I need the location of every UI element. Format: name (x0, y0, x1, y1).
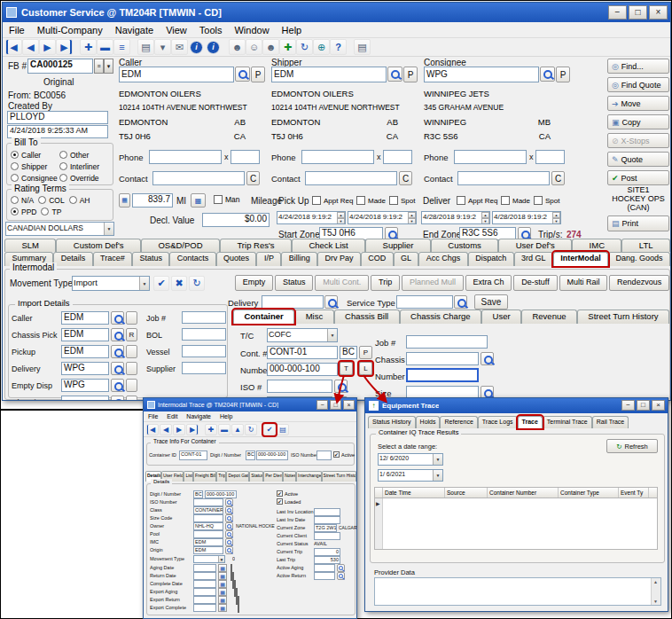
refresh-icon[interactable]: ↻ (245, 424, 257, 435)
profile-button[interactable]: P (251, 67, 265, 82)
tab[interactable]: Check List (292, 239, 365, 252)
dropdown-arrow-icon[interactable] (433, 470, 442, 481)
tab[interactable]: IMC (572, 239, 621, 252)
spinner[interactable] (408, 212, 416, 223)
search-icon[interactable] (337, 564, 345, 572)
column-header[interactable]: Date Time (383, 488, 445, 498)
class-input[interactable]: CONTAINER (193, 506, 223, 514)
field-input[interactable] (182, 311, 226, 324)
post-edit-icon[interactable]: ▲ (231, 424, 244, 435)
tab[interactable]: Trip Res's (220, 239, 292, 252)
export-return-input[interactable] (193, 596, 216, 604)
active-return-input[interactable] (314, 572, 335, 580)
calendar-icon[interactable] (218, 596, 227, 604)
search-icon[interactable] (225, 498, 233, 506)
tab[interactable]: Terminal Trace (543, 416, 592, 428)
export-aging-input[interactable] (193, 588, 216, 596)
add-record-icon[interactable]: ✚ (205, 424, 217, 435)
imc-input[interactable]: EDM (193, 538, 223, 546)
provider-data-box[interactable] (374, 577, 661, 606)
phone-input[interactable] (454, 150, 527, 164)
digit-input[interactable]: BC (340, 346, 357, 359)
column-header[interactable]: Container Number (488, 488, 559, 498)
intermodal-action-button[interactable]: Extra Ch (465, 275, 512, 291)
confirm-icon[interactable]: ✔ (263, 424, 276, 435)
quote-button[interactable]: ✎Quote (607, 152, 669, 167)
tab[interactable]: Contacts (169, 252, 215, 266)
search-icon[interactable] (225, 546, 233, 554)
nav-next-icon[interactable]: ▶ (173, 424, 185, 435)
route-grid-icon[interactable]: ▦ (119, 193, 130, 208)
edit-record-icon[interactable]: ≡ (113, 39, 130, 55)
current-trip-input[interactable]: 0 (314, 548, 340, 556)
phone-input[interactable] (301, 150, 374, 164)
tab[interactable]: Trace (518, 416, 543, 428)
contact-input[interactable] (305, 171, 397, 185)
column-header[interactable]: Source (445, 488, 488, 498)
intermodal-action-button[interactable]: Trip (371, 275, 400, 291)
active-aging-input[interactable] (314, 564, 335, 572)
current-client-input[interactable] (314, 532, 340, 540)
spinner[interactable] (337, 212, 345, 223)
size-code-input[interactable] (193, 514, 223, 522)
minimize-button[interactable]: − (608, 5, 627, 20)
calendar-icon[interactable] (218, 564, 227, 572)
tab[interactable]: Dang. Goods (608, 252, 670, 266)
man-checkbox[interactable]: Man (214, 195, 240, 204)
tab[interactable]: GL (394, 252, 419, 266)
pickup-made-checkbox[interactable]: Made (356, 196, 386, 205)
tab[interactable]: Misc (294, 310, 333, 324)
spinner[interactable] (552, 212, 560, 223)
nav-prev-icon[interactable]: ◀ (22, 39, 39, 55)
r-button[interactable] (126, 311, 137, 325)
contact-input[interactable] (152, 171, 245, 185)
tab[interactable]: User (481, 310, 521, 324)
dropdown-arrow-icon[interactable] (327, 329, 337, 341)
post-button[interactable]: ✔Post (607, 170, 669, 185)
search-icon[interactable] (481, 352, 494, 365)
search-icon[interactable] (387, 67, 402, 82)
move-button[interactable]: ➔Move (607, 96, 669, 111)
search-icon[interactable] (111, 379, 124, 392)
field-input[interactable] (182, 328, 226, 341)
field-input[interactable] (182, 345, 226, 357)
search-icon[interactable] (225, 522, 233, 530)
nav-prev-icon[interactable]: ◀ (160, 424, 172, 435)
pickup-date-from[interactable]: 4/24/2018 9:19:2 (277, 211, 346, 224)
tab[interactable]: User Def's (498, 239, 572, 252)
tab[interactable]: Drv Pay (317, 252, 361, 266)
bill-to-radio[interactable]: Caller (11, 149, 59, 161)
tab[interactable]: Trip (216, 471, 226, 482)
tab[interactable]: Supplier (365, 239, 431, 252)
vendor-icon[interactable]: ☻ (262, 39, 279, 55)
job-input[interactable] (406, 335, 488, 349)
tab[interactable]: Interchanges (296, 471, 322, 482)
info-icon[interactable]: i (190, 41, 203, 54)
menu-item[interactable]: Navigate (182, 412, 215, 420)
mileage-input[interactable]: 839.7 (132, 193, 173, 208)
search-icon[interactable] (111, 328, 124, 341)
field-input[interactable] (61, 396, 109, 401)
dropdown-arrow-icon[interactable] (104, 223, 113, 235)
x-stops-button[interactable]: ⊘X-Stops (607, 133, 669, 148)
date-to-picker[interactable]: 1/ 6/2021 (378, 469, 443, 482)
undo-icon[interactable]: ↻ (296, 39, 313, 55)
menu-item[interactable]: Help (276, 23, 309, 37)
tab[interactable]: List (184, 471, 193, 482)
r-button[interactable] (126, 362, 137, 375)
menu-item[interactable]: Multi-Company (31, 23, 109, 37)
search-icon[interactable] (454, 295, 467, 309)
print-options-icon[interactable]: ▾ (154, 39, 171, 55)
contact-button[interactable]: C (246, 171, 260, 185)
r-button[interactable] (126, 396, 137, 401)
fb-input[interactable]: CA000125 (27, 59, 93, 74)
doc-icon[interactable]: ▤ (277, 424, 289, 435)
tab[interactable]: Status (132, 252, 169, 266)
chassis-input[interactable] (406, 352, 479, 365)
refresh-icon[interactable]: ↻ (189, 276, 205, 291)
add-party-icon[interactable]: ✚ (279, 39, 296, 55)
deliver-appt-checkbox[interactable]: Appt Req (457, 196, 497, 205)
checkbox-icon[interactable] (238, 596, 239, 613)
fb-dropdown-icon[interactable]: ▾ (104, 59, 113, 74)
tab[interactable]: Reference (440, 416, 477, 428)
